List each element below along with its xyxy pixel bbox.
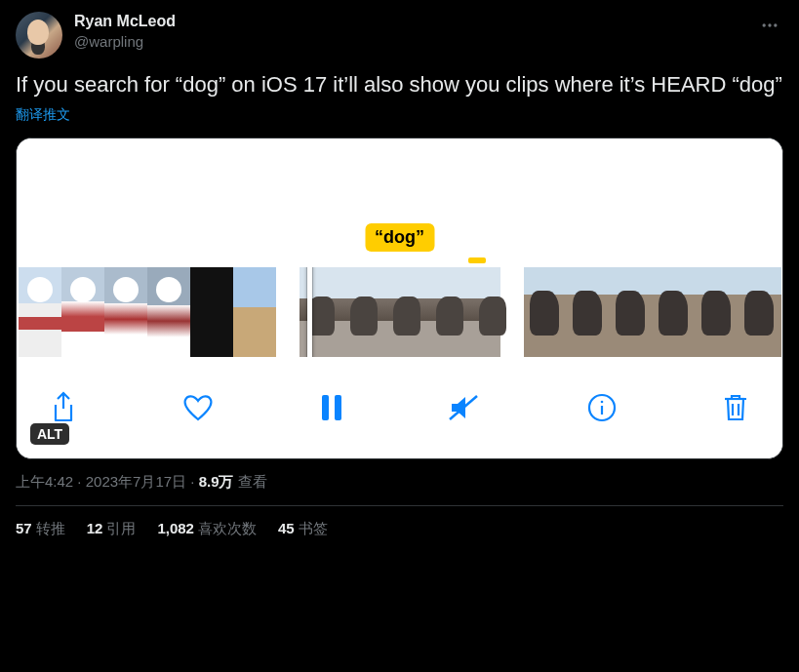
timeline-marker xyxy=(468,257,486,263)
author-names[interactable]: Ryan McLeod @warpling xyxy=(74,12,176,51)
media-card[interactable]: “dog” xyxy=(16,138,783,459)
more-icon xyxy=(760,16,779,35)
like-button[interactable] xyxy=(181,393,215,422)
display-name: Ryan McLeod xyxy=(74,12,176,32)
tweet-container: Ryan McLeod @warpling If you search for … xyxy=(0,0,799,550)
avatar[interactable] xyxy=(16,12,62,59)
thumbnail-frame xyxy=(300,267,342,357)
thumbnail-frame xyxy=(233,267,276,357)
playhead[interactable] xyxy=(307,267,312,357)
svg-rect-4 xyxy=(335,395,341,420)
info-icon xyxy=(586,392,618,423)
clip-group-2[interactable] xyxy=(300,267,500,357)
tweet-header: Ryan McLeod @warpling xyxy=(16,12,783,59)
tweet-stats: 57转推 12引用 1,082喜欢次数 45书签 xyxy=(16,506,783,538)
views-count: 8.9万 xyxy=(199,473,234,490)
thumbnail-frame xyxy=(104,267,147,357)
thumbnail-frame xyxy=(385,267,428,357)
handle: @warpling xyxy=(74,32,176,52)
share-icon xyxy=(50,391,77,424)
tweet-time[interactable]: 上午4:42 xyxy=(16,473,73,490)
svg-point-2 xyxy=(774,23,777,26)
svg-point-0 xyxy=(763,23,766,26)
bookmarks-stat[interactable]: 45书签 xyxy=(278,520,328,538)
retweets-stat[interactable]: 57转推 xyxy=(16,520,65,538)
thumbnail-frame xyxy=(190,267,233,357)
thumbnail-frame xyxy=(696,267,739,357)
info-button[interactable] xyxy=(586,392,618,423)
share-button[interactable] xyxy=(50,391,77,424)
likes-stat[interactable]: 1,082喜欢次数 xyxy=(157,520,257,538)
tweet-date[interactable]: 2023年7月17日 xyxy=(86,473,186,490)
search-term-tooltip: “dog” xyxy=(365,223,434,252)
svg-rect-3 xyxy=(322,395,329,420)
tweet-meta: 上午4:42 · 2023年7月17日 · 8.9万 查看 xyxy=(16,473,783,506)
thumbnail-frame xyxy=(567,267,610,357)
pause-icon xyxy=(320,393,343,422)
thumbnail-frame xyxy=(739,267,781,357)
pause-button[interactable] xyxy=(320,393,343,422)
video-timeline[interactable] xyxy=(17,267,782,357)
thumbnail-frame xyxy=(342,267,385,357)
clip-group-1[interactable] xyxy=(19,267,276,357)
svg-point-7 xyxy=(600,400,603,403)
thumbnail-frame xyxy=(61,267,104,357)
thumbnail-frame xyxy=(524,267,567,357)
thumbnail-frame xyxy=(610,267,653,357)
more-button[interactable] xyxy=(756,12,783,39)
clip-group-3[interactable] xyxy=(524,267,781,357)
thumbnail-frame xyxy=(19,267,61,357)
thumbnail-frame xyxy=(653,267,696,357)
media-whitespace: “dog” xyxy=(17,138,782,267)
svg-point-1 xyxy=(768,23,771,26)
tweet-text: If you search for “dog” on iOS 17 it’ll … xyxy=(16,70,783,99)
thumbnail-frame xyxy=(471,267,500,357)
speaker-muted-icon xyxy=(448,393,481,422)
mute-button[interactable] xyxy=(448,393,481,422)
thumbnail-frame xyxy=(428,267,471,357)
media-toolbar xyxy=(17,357,782,458)
alt-badge[interactable]: ALT xyxy=(30,423,69,445)
thumbnail-frame xyxy=(147,267,190,357)
heart-icon xyxy=(181,393,215,422)
translate-link[interactable]: 翻译推文 xyxy=(16,106,70,124)
trash-icon xyxy=(722,392,749,423)
delete-button[interactable] xyxy=(722,392,749,423)
quotes-stat[interactable]: 12引用 xyxy=(87,520,137,538)
views-label: 查看 xyxy=(234,473,267,490)
